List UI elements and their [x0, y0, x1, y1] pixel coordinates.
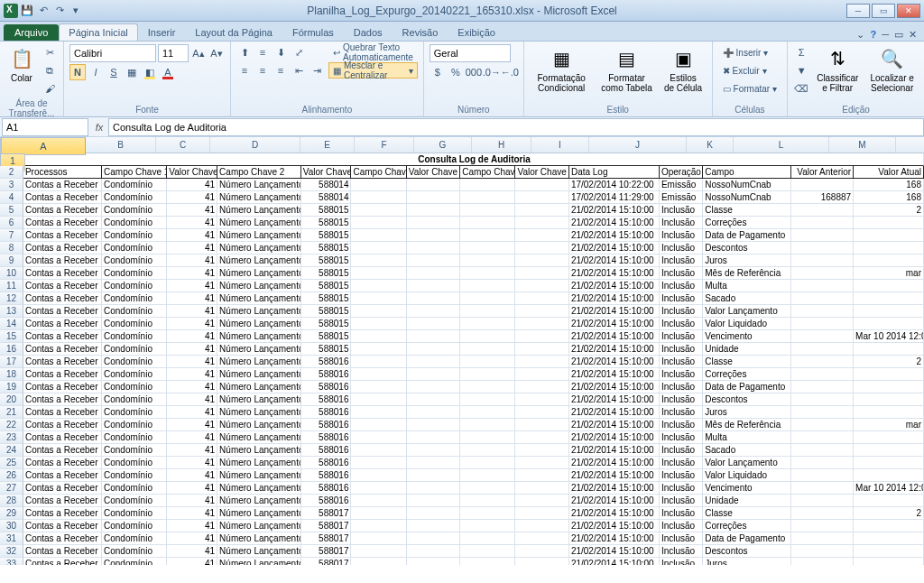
row-header[interactable]: 6 — [0, 217, 23, 229]
cell[interactable]: 588015 — [301, 280, 352, 292]
cell[interactable] — [407, 457, 460, 469]
cell[interactable]: Inclusão — [660, 520, 703, 532]
table-row[interactable]: 20Contas a ReceberCondomínio41Número Lan… — [0, 393, 924, 406]
cell[interactable] — [854, 393, 924, 406]
cell[interactable] — [791, 179, 854, 191]
cell[interactable]: Campo Chave 3 — [351, 166, 406, 179]
cell[interactable]: Inclusão — [660, 292, 703, 305]
cell[interactable]: 588015 — [301, 254, 352, 267]
cell[interactable]: Valor Liquidado — [703, 318, 791, 330]
cell[interactable]: Vencimento — [703, 482, 791, 495]
cell[interactable]: Número Lançamento — [217, 179, 301, 191]
cell[interactable]: 21/02/2014 15:10:00 — [569, 356, 660, 368]
cell[interactable]: Condomínio — [102, 267, 167, 280]
cell[interactable] — [460, 520, 515, 532]
cell[interactable]: Inclusão — [660, 507, 703, 520]
cell[interactable]: 588017 — [301, 558, 352, 565]
table-row[interactable]: 33Contas a ReceberCondomínio41Número Lan… — [0, 558, 924, 565]
cell[interactable] — [351, 482, 406, 495]
grow-font-icon[interactable]: A▴ — [190, 45, 207, 61]
table-row[interactable]: 24Contas a ReceberCondomínio41Número Lan… — [0, 444, 924, 457]
cell[interactable]: Multa — [703, 431, 791, 444]
cell[interactable] — [351, 469, 406, 482]
cell[interactable] — [351, 444, 406, 457]
cell[interactable]: Contas a Receber — [23, 204, 102, 217]
cell[interactable]: 21/02/2014 15:10:00 — [569, 558, 660, 565]
format-as-table-button[interactable]: ▤Formatar como Tabela — [597, 44, 657, 95]
cell[interactable]: Valor Chave 3 — [407, 166, 460, 179]
cell[interactable] — [854, 495, 924, 507]
cell[interactable]: Contas a Receber — [23, 292, 102, 305]
cell[interactable]: 588015 — [301, 343, 352, 356]
cell[interactable]: Inclusão — [660, 280, 703, 292]
workbook-close-icon[interactable]: ✕ — [909, 29, 917, 41]
cell[interactable]: Número Lançamento — [217, 532, 301, 545]
cell[interactable]: Valor Anterior — [791, 166, 854, 179]
cell[interactable] — [515, 242, 568, 254]
cell[interactable]: 168 — [854, 191, 924, 204]
cell[interactable] — [515, 482, 568, 495]
cell[interactable] — [854, 558, 924, 565]
cell[interactable] — [854, 545, 924, 558]
table-row[interactable]: 6Contas a ReceberCondomínio41Número Lanç… — [0, 217, 924, 229]
cell[interactable] — [515, 330, 568, 343]
cell[interactable] — [854, 406, 924, 419]
table-row[interactable]: 23Contas a ReceberCondomínio41Número Lan… — [0, 431, 924, 444]
find-select-button[interactable]: 🔍Localizar e Selecionar — [865, 44, 919, 95]
cell[interactable] — [515, 419, 568, 431]
cell[interactable] — [460, 318, 515, 330]
cell[interactable]: Data de Pagamento — [703, 381, 791, 393]
cell[interactable]: Número Lançamento — [217, 217, 301, 229]
cell[interactable]: Classe — [703, 356, 791, 368]
cell[interactable]: Contas a Receber — [23, 305, 102, 318]
cell[interactable]: Condomínio — [102, 217, 167, 229]
cell[interactable] — [460, 507, 515, 520]
cell[interactable]: Juros — [703, 406, 791, 419]
shrink-font-icon[interactable]: A▾ — [208, 45, 225, 61]
cell[interactable]: Inclusão — [660, 229, 703, 242]
table-row[interactable]: 18Contas a ReceberCondomínio41Número Lan… — [0, 368, 924, 381]
row-header[interactable]: 28 — [0, 495, 23, 507]
cell[interactable]: Contas a Receber — [23, 444, 102, 457]
cell[interactable] — [407, 368, 460, 381]
cell[interactable]: Número Lançamento — [217, 419, 301, 431]
cell[interactable]: Contas a Receber — [23, 507, 102, 520]
cell[interactable] — [351, 381, 406, 393]
cell[interactable]: Inclusão — [660, 457, 703, 469]
cell[interactable]: Condomínio — [102, 406, 167, 419]
cell[interactable] — [854, 305, 924, 318]
cell[interactable] — [351, 179, 406, 191]
table-row[interactable]: 7Contas a ReceberCondomínio41Número Lanç… — [0, 229, 924, 242]
cell[interactable] — [515, 495, 568, 507]
excel-icon[interactable] — [4, 4, 18, 18]
cell[interactable]: Inclusão — [660, 330, 703, 343]
cell[interactable]: Número Lançamento — [217, 469, 301, 482]
cell[interactable] — [854, 520, 924, 532]
cell[interactable]: 41 — [167, 204, 217, 217]
cell[interactable] — [407, 469, 460, 482]
cell[interactable] — [854, 343, 924, 356]
cell[interactable]: 21/02/2014 15:10:00 — [569, 254, 660, 267]
align-bottom-icon[interactable]: ⬇ — [273, 44, 289, 60]
cell[interactable] — [515, 318, 568, 330]
cell[interactable]: 588016 — [301, 381, 352, 393]
cell[interactable]: Número Lançamento — [217, 545, 301, 558]
cell[interactable]: 588015 — [301, 318, 352, 330]
cell[interactable] — [791, 318, 854, 330]
cell[interactable]: Condomínio — [102, 507, 167, 520]
row-header[interactable]: 19 — [0, 381, 23, 393]
cell[interactable]: Campo Chave 4 — [460, 166, 515, 179]
row-header[interactable]: 10 — [0, 267, 23, 280]
cell[interactable]: 21/02/2014 15:10:00 — [569, 368, 660, 381]
table-row[interactable]: 12Contas a ReceberCondomínio41Número Lan… — [0, 292, 924, 305]
cell[interactable]: Número Lançamento — [217, 356, 301, 368]
cell[interactable] — [791, 217, 854, 229]
table-row[interactable]: 21Contas a ReceberCondomínio41Número Lan… — [0, 406, 924, 419]
cell[interactable] — [854, 292, 924, 305]
cell[interactable] — [791, 444, 854, 457]
cut-icon[interactable]: ✂ — [42, 44, 58, 60]
cell[interactable] — [854, 318, 924, 330]
cell[interactable] — [515, 229, 568, 242]
cell[interactable]: 41 — [167, 507, 217, 520]
cell[interactable]: Contas a Receber — [23, 229, 102, 242]
